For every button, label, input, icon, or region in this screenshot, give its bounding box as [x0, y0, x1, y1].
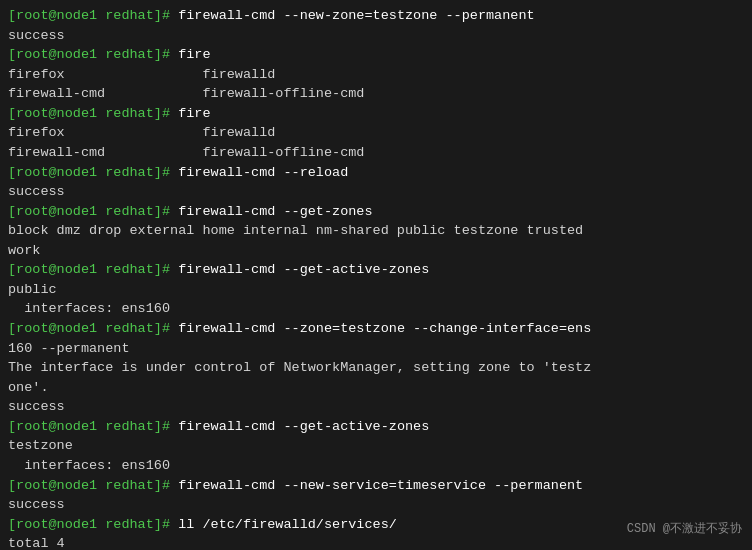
terminal-output-line: interfaces: ens160 — [8, 456, 744, 476]
output-text: firefox firewalld — [8, 125, 275, 140]
terminal-output-line: success — [8, 495, 744, 515]
terminal-output-line: firefox firewalld — [8, 65, 744, 85]
terminal-prompt-line: [root@node1 redhat]# fire — [8, 45, 744, 65]
prompt-text: [root@node1 redhat]# — [8, 419, 178, 434]
terminal-output-line: public — [8, 280, 744, 300]
terminal-output-line: success — [8, 26, 744, 46]
terminal-prompt-line: [root@node1 redhat]# firewall-cmd --relo… — [8, 163, 744, 183]
output-text: total 4 — [8, 536, 65, 550]
prompt-text: [root@node1 redhat]# — [8, 47, 178, 62]
command-text: fire — [178, 47, 210, 62]
terminal-prompt-line: [root@node1 redhat]# firewall-cmd --new-… — [8, 476, 744, 496]
command-text: firewall-cmd --zone=testzone --change-in… — [178, 321, 591, 336]
terminal-output-line: firewall-cmd firewall-offline-cmd — [8, 84, 744, 104]
output-text: success — [8, 28, 65, 43]
prompt-text: [root@node1 redhat]# — [8, 106, 178, 121]
terminal-window: [root@node1 redhat]# firewall-cmd --new-… — [0, 0, 752, 550]
terminal-content: [root@node1 redhat]# firewall-cmd --new-… — [8, 6, 744, 550]
command-text: firewall-cmd --reload — [178, 165, 348, 180]
command-text: firewall-cmd --get-zones — [178, 204, 372, 219]
output-text: block dmz drop external home internal nm… — [8, 223, 583, 238]
output-text: 160 --permanent — [8, 341, 130, 356]
command-text: fire — [178, 106, 210, 121]
terminal-output-line: testzone — [8, 436, 744, 456]
terminal-output-line: success — [8, 397, 744, 417]
terminal-prompt-line: [root@node1 redhat]# firewall-cmd --zone… — [8, 319, 744, 339]
terminal-output-line: work — [8, 241, 744, 261]
terminal-prompt-line: [root@node1 redhat]# firewall-cmd --get-… — [8, 417, 744, 437]
prompt-text: [root@node1 redhat]# — [8, 165, 178, 180]
terminal-output-line: firefox firewalld — [8, 123, 744, 143]
output-text: success — [8, 497, 65, 512]
output-text: firewall-cmd firewall-offline-cmd — [8, 86, 364, 101]
output-text: one'. — [8, 380, 49, 395]
terminal-output-line: The interface is under control of Networ… — [8, 358, 744, 378]
output-text: firefox firewalld — [8, 67, 275, 82]
terminal-prompt-line: [root@node1 redhat]# firewall-cmd --get-… — [8, 202, 744, 222]
terminal-prompt-line: [root@node1 redhat]# firewall-cmd --new-… — [8, 6, 744, 26]
watermark: CSDN @不激进不妥协 — [627, 521, 742, 538]
terminal-output-line: one'. — [8, 378, 744, 398]
output-text: firewall-cmd firewall-offline-cmd — [8, 145, 364, 160]
terminal-output-line: interfaces: ens160 — [8, 299, 744, 319]
terminal-output-line: block dmz drop external home internal nm… — [8, 221, 744, 241]
terminal-prompt-line: [root@node1 redhat]# firewall-cmd --get-… — [8, 260, 744, 280]
output-text: The interface is under control of Networ… — [8, 360, 591, 375]
output-text: interfaces: ens160 — [8, 458, 170, 473]
terminal-prompt-line: [root@node1 redhat]# fire — [8, 104, 744, 124]
prompt-text: [root@node1 redhat]# — [8, 478, 178, 493]
output-text: testzone — [8, 438, 73, 453]
command-text: firewall-cmd --get-active-zones — [178, 419, 429, 434]
command-text: firewall-cmd --get-active-zones — [178, 262, 429, 277]
prompt-text: [root@node1 redhat]# — [8, 8, 178, 23]
output-text: success — [8, 399, 65, 414]
output-text: success — [8, 184, 65, 199]
terminal-output-line: firewall-cmd firewall-offline-cmd — [8, 143, 744, 163]
output-text: public — [8, 282, 57, 297]
prompt-text: [root@node1 redhat]# — [8, 204, 178, 219]
prompt-text: [root@node1 redhat]# — [8, 517, 178, 532]
terminal-output-line: success — [8, 182, 744, 202]
command-text: ll /etc/firewalld/services/ — [178, 517, 397, 532]
command-text: firewall-cmd --new-zone=testzone --perma… — [178, 8, 534, 23]
output-text: interfaces: ens160 — [8, 301, 170, 316]
terminal-output-line: 160 --permanent — [8, 339, 744, 359]
output-text: work — [8, 243, 40, 258]
prompt-text: [root@node1 redhat]# — [8, 262, 178, 277]
command-text: firewall-cmd --new-service=timeservice -… — [178, 478, 583, 493]
prompt-text: [root@node1 redhat]# — [8, 321, 178, 336]
